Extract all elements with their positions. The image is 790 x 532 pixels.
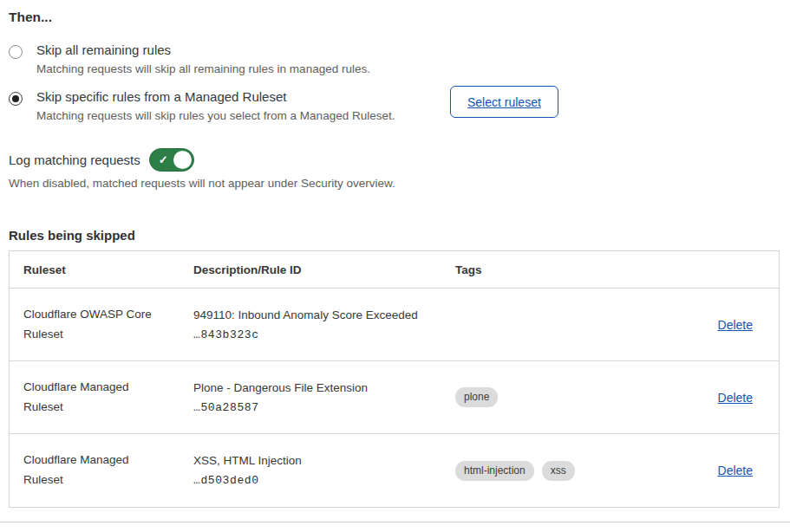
tags-cell: plone [441, 387, 689, 407]
tag-pill: plone [455, 387, 498, 407]
column-header-ruleset: Ruleset [10, 263, 180, 276]
radio-option-description: Matching requests will skip all remainin… [36, 62, 370, 75]
rule-description: 949110: Inbound Anomaly Score Exceeded [193, 308, 441, 321]
table-header-row: Ruleset Description/Rule ID Tags [10, 251, 779, 289]
log-matching-label: Log matching requests [9, 152, 140, 167]
table-row: Cloudflare OWASP Core Ruleset 949110: In… [10, 289, 779, 361]
rule-id: …d503ded0 [193, 474, 441, 487]
radio-skip-specific[interactable] [9, 92, 23, 106]
rule-description: XSS, HTML Injection [193, 454, 441, 467]
ruleset-name: Cloudflare Managed Ruleset [10, 451, 180, 490]
radio-option-label[interactable]: Skip specific rules from a Managed Rules… [36, 89, 395, 104]
delete-link[interactable]: Delete [718, 464, 753, 477]
tags-cell: html-injection xss [441, 461, 689, 481]
delete-link[interactable]: Delete [718, 318, 753, 332]
rule-id: …50a28587 [193, 401, 441, 414]
tag-pill: xss [542, 461, 575, 481]
radio-option-label[interactable]: Skip all remaining rules [36, 42, 370, 57]
log-matching-toggle[interactable]: ✓ [149, 148, 194, 172]
tag-pill: html-injection [455, 461, 534, 481]
radio-skip-all[interactable] [9, 45, 23, 59]
radio-option-skip-all[interactable]: Skip all remaining rules Matching reques… [9, 42, 442, 75]
column-header-description: Description/Rule ID [180, 263, 441, 276]
bottom-divider [0, 522, 790, 522]
table-row: Cloudflare Managed Ruleset Plone - Dange… [10, 361, 779, 434]
check-icon: ✓ [159, 153, 168, 165]
radio-option-description: Matching requests will skip rules you se… [36, 109, 395, 122]
toggle-knob[interactable] [173, 151, 192, 169]
rules-table: Ruleset Description/Rule ID Tags Cloudfl… [9, 250, 780, 508]
radio-option-skip-specific[interactable]: Skip specific rules from a Managed Rules… [9, 89, 442, 122]
then-heading: Then... [9, 10, 52, 25]
ruleset-name: Cloudflare OWASP Core Ruleset [10, 305, 180, 345]
column-header-tags: Tags [441, 263, 689, 276]
rule-id: …843b323c [193, 328, 441, 341]
log-matching-description: When disabled, matched requests will not… [9, 177, 395, 190]
rule-description: Plone - Dangerous File Extension [193, 381, 441, 394]
ruleset-name: Cloudflare Managed Ruleset [10, 378, 180, 418]
rules-being-skipped-heading: Rules being skipped [9, 228, 135, 243]
table-row: Cloudflare Managed Ruleset XSS, HTML Inj… [10, 434, 779, 507]
delete-link[interactable]: Delete [718, 391, 753, 405]
select-ruleset-button[interactable]: Select ruleset [450, 86, 558, 118]
